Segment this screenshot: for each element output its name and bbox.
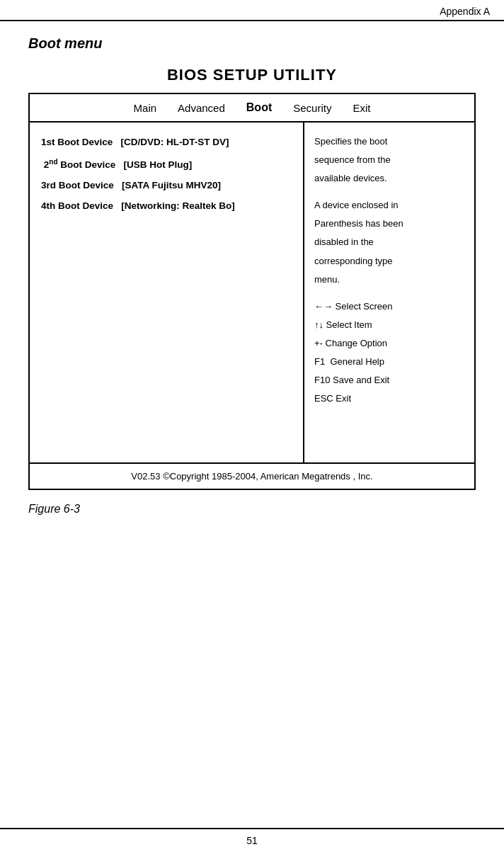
desc-line-3: available devices. bbox=[314, 171, 464, 186]
key-general-help: F1 General Help bbox=[314, 354, 464, 370]
nav-advanced[interactable]: Advanced bbox=[178, 102, 225, 114]
key-select-screen: ←→ Select Screen bbox=[314, 299, 464, 314]
device-2-value: [USB Hot Plug] bbox=[124, 159, 193, 170]
device-1-label: 1st Boot Device bbox=[41, 137, 113, 147]
desc-line-5: Parenthesis has been bbox=[314, 216, 464, 232]
copyright-text: V02.53 ©Copyright 1985-2004, American Me… bbox=[131, 471, 372, 482]
key-select-item: ↑↓ Select Item bbox=[314, 317, 464, 333]
device-3-value: [SATA Fujitsu MHV20] bbox=[122, 180, 221, 190]
desc-line-1: Specifies the boot bbox=[314, 134, 464, 149]
nav-bar: Main Advanced Boot Security Exit bbox=[30, 94, 474, 123]
device-2-label: 2nd Boot Device bbox=[44, 159, 116, 170]
main-area: 1st Boot Device [CD/DVD: HL-DT-ST DV] 2n… bbox=[30, 123, 474, 462]
desc-line-6: disabled in the bbox=[314, 234, 464, 250]
boot-device-1: 1st Boot Device [CD/DVD: HL-DT-ST DV] bbox=[41, 137, 292, 147]
nav-boot[interactable]: Boot bbox=[246, 101, 272, 114]
key-change-option: +- Change Option bbox=[314, 336, 464, 351]
desc-line-8: menu. bbox=[314, 272, 464, 288]
device-3-label: 3rd Boot Device bbox=[41, 180, 114, 190]
appendix-title: Appendix A bbox=[440, 6, 490, 17]
figure-label: Figure 6-3 bbox=[28, 503, 476, 516]
boot-device-2: 2nd Boot Device [USB Hot Plug] bbox=[41, 157, 292, 170]
desc-line-2: sequence from the bbox=[314, 152, 464, 168]
key-save-exit: F10 Save and Exit bbox=[314, 372, 464, 388]
nav-main[interactable]: Main bbox=[134, 102, 157, 114]
section-title: Boot menu bbox=[28, 35, 476, 52]
desc-line-4: A device enclosed in bbox=[314, 198, 464, 213]
desc-line-7: corresponding type bbox=[314, 254, 464, 269]
boot-device-3: 3rd Boot Device [SATA Fujitsu MHV20] bbox=[41, 180, 292, 190]
boot-device-4: 4th Boot Device [Networking: Realtek Bo] bbox=[41, 200, 292, 211]
appendix-header: Appendix A bbox=[0, 0, 504, 21]
right-panel: Specifies the boot sequence from the ava… bbox=[304, 123, 474, 462]
key-esc-exit: ESC Exit bbox=[314, 391, 464, 406]
bios-title: BIOS SETUP UTILITY bbox=[28, 66, 476, 84]
device-4-label: 4th Boot Device bbox=[41, 200, 113, 211]
device-1-value: [CD/DVD: HL-DT-ST DV] bbox=[121, 137, 229, 147]
bios-container: Main Advanced Boot Security Exit 1st Boo… bbox=[28, 93, 476, 490]
nav-exit[interactable]: Exit bbox=[353, 102, 370, 114]
bios-footer: V02.53 ©Copyright 1985-2004, American Me… bbox=[30, 462, 474, 489]
left-panel: 1st Boot Device [CD/DVD: HL-DT-ST DV] 2n… bbox=[30, 123, 304, 462]
device-4-value: [Networking: Realtek Bo] bbox=[121, 200, 235, 211]
nav-security[interactable]: Security bbox=[293, 102, 331, 114]
page-number: 51 bbox=[0, 828, 504, 846]
page-content: Boot menu BIOS SETUP UTILITY Main Advanc… bbox=[0, 21, 504, 530]
